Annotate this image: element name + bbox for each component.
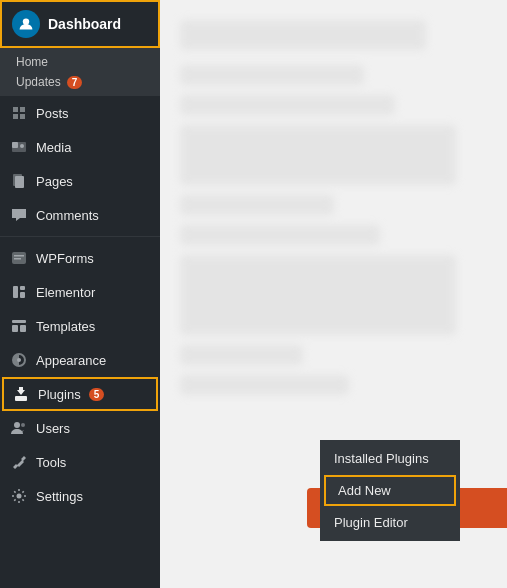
sidebar-item-pages[interactable]: Pages (0, 164, 160, 198)
sidebar-item-wpforms[interactable]: WPForms (0, 241, 160, 275)
separator-1 (0, 236, 160, 237)
installed-plugins-item[interactable]: Installed Plugins (320, 444, 460, 473)
pages-label: Pages (36, 174, 73, 189)
svg-rect-14 (20, 325, 26, 332)
comments-label: Comments (36, 208, 99, 223)
elementor-label: Elementor (36, 285, 95, 300)
posts-icon (10, 104, 28, 122)
plugins-badge: 5 (89, 388, 105, 401)
posts-label: Posts (36, 106, 69, 121)
updates-label: Updates (16, 75, 61, 89)
blurred-background (160, 0, 507, 425)
svg-rect-9 (13, 286, 18, 298)
plugins-label: Plugins (38, 387, 81, 402)
settings-label: Settings (36, 489, 83, 504)
elementor-icon (10, 283, 28, 301)
settings-icon (10, 487, 28, 505)
main-content: Installed Plugins Add New Plugin Editor (160, 0, 507, 588)
appearance-label: Appearance (36, 353, 106, 368)
wpforms-icon (10, 249, 28, 267)
svg-rect-16 (15, 396, 27, 401)
add-new-plugin-item[interactable]: Add New (324, 475, 456, 506)
svg-point-15 (17, 358, 21, 362)
pages-icon (10, 172, 28, 190)
sidebar-item-comments[interactable]: Comments (0, 198, 160, 232)
dashboard-icon (12, 10, 40, 38)
comments-icon (10, 206, 28, 224)
plugins-popup: Installed Plugins Add New Plugin Editor (320, 440, 460, 541)
svg-point-3 (20, 144, 24, 148)
templates-icon (10, 317, 28, 335)
svg-point-18 (21, 423, 25, 427)
appearance-icon (10, 351, 28, 369)
home-label: Home (16, 55, 48, 69)
users-icon (10, 419, 28, 437)
sidebar-item-plugins[interactable]: Plugins 5 (2, 377, 158, 411)
sidebar-item-users[interactable]: Users (0, 411, 160, 445)
sidebar-item-appearance[interactable]: Appearance (0, 343, 160, 377)
svg-rect-11 (20, 292, 25, 298)
plugins-icon (12, 385, 30, 403)
sidebar-item-settings[interactable]: Settings (0, 479, 160, 513)
sidebar-item-posts[interactable]: Posts (0, 96, 160, 130)
svg-rect-7 (14, 255, 24, 257)
sidebar-item-templates[interactable]: Templates (0, 309, 160, 343)
templates-label: Templates (36, 319, 95, 334)
media-label: Media (36, 140, 71, 155)
updates-submenu-item[interactable]: Updates 7 (16, 72, 160, 92)
sidebar: Dashboard Home Updates 7 Posts Media (0, 0, 160, 588)
wpforms-label: WPForms (36, 251, 94, 266)
svg-rect-2 (12, 142, 18, 148)
svg-rect-8 (14, 258, 21, 260)
users-label: Users (36, 421, 70, 436)
updates-badge: 7 (67, 76, 83, 89)
svg-rect-13 (12, 325, 18, 332)
dashboard-menu-item[interactable]: Dashboard (0, 0, 160, 48)
home-submenu-item[interactable]: Home (16, 52, 160, 72)
svg-rect-5 (15, 176, 24, 188)
dashboard-submenu: Home Updates 7 (0, 48, 160, 96)
sidebar-item-media[interactable]: Media (0, 130, 160, 164)
dashboard-label: Dashboard (48, 16, 121, 32)
sidebar-item-elementor[interactable]: Elementor (0, 275, 160, 309)
plugin-editor-item[interactable]: Plugin Editor (320, 508, 460, 537)
svg-point-17 (14, 422, 20, 428)
sidebar-item-tools[interactable]: Tools (0, 445, 160, 479)
media-icon (10, 138, 28, 156)
tools-icon (10, 453, 28, 471)
svg-rect-12 (12, 320, 26, 323)
svg-point-0 (23, 18, 29, 24)
svg-point-19 (17, 494, 22, 499)
tools-label: Tools (36, 455, 66, 470)
svg-rect-10 (20, 286, 25, 290)
